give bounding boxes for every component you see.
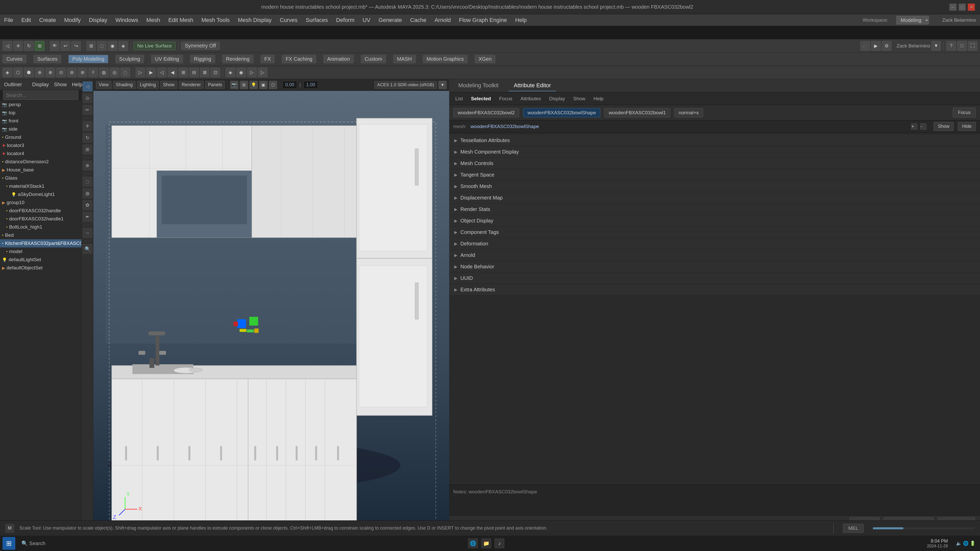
vp-menu-show[interactable]: Show [160, 81, 177, 89]
vp-menu-panels[interactable]: Panels [205, 81, 225, 89]
viewport-scene[interactable]: X Y Z [94, 91, 449, 530]
outliner-menu-help[interactable]: Help [72, 82, 83, 87]
mesh-tool-16[interactable]: ◀ [168, 68, 177, 77]
attr-tab-focus[interactable]: Focus [497, 95, 514, 103]
vp-menu-view[interactable]: View [96, 81, 111, 89]
mesh-tool-14[interactable]: ▶ [146, 68, 156, 77]
mesh-tool-21[interactable]: ◈ [226, 68, 235, 77]
vp-menu-lighting[interactable]: Lighting [137, 81, 159, 89]
outliner-item-bed[interactable]: ▪ Bed [0, 231, 81, 239]
menu-edit[interactable]: Edit [21, 17, 31, 24]
focus-button[interactable]: Focus [953, 108, 976, 118]
section-tangent-header[interactable]: ▶ Tangent Space [449, 169, 980, 180]
vp-camera-label[interactable]: ACES 1.0 SDR-video (sRGB) [374, 81, 437, 89]
menu-arnold[interactable]: Arnold [434, 17, 451, 24]
menu-mesh[interactable]: Mesh [146, 17, 160, 24]
outliner-item-ground[interactable]: ▪ Ground [0, 133, 81, 141]
notification-area[interactable]: 🔈 🌐 🔋 [954, 540, 977, 546]
section-tessellation-header[interactable]: ▶ Tessellation Attributes [449, 135, 980, 146]
section-node-behavior-header[interactable]: ▶ Node Behavior [449, 261, 980, 272]
mel-indicator[interactable]: MEL [843, 524, 864, 533]
section-mesh-component-header[interactable]: ▶ Mesh Component Display [449, 146, 980, 157]
symmetry-off-btn[interactable]: Symmetry Off [181, 41, 220, 50]
tab-curves[interactable]: Curves [3, 55, 26, 63]
attr-expand-btn[interactable]: + [911, 124, 917, 130]
tab-animation[interactable]: Animation [323, 55, 354, 63]
menu-mesh-display[interactable]: Mesh Display [238, 17, 272, 24]
tab-custom[interactable]: Custom [361, 55, 386, 63]
menu-cache[interactable]: Cache [410, 17, 426, 24]
mesh-value[interactable]: woodenFBXASC032bowlShape [471, 124, 539, 129]
mesh-tool-22[interactable]: ◉ [236, 68, 246, 77]
outliner-item-door-handle1[interactable]: ▪ doorFBXASC032handle1 [0, 215, 81, 223]
attr-tab-attributes[interactable]: Attributes [518, 95, 543, 103]
menu-flow-graph[interactable]: Flow Graph Engine [459, 17, 507, 24]
node-tab-bowl1[interactable]: woodenFBXASC032bowl1 [605, 108, 670, 118]
snap-curve-btn[interactable]: ◌ [97, 41, 107, 51]
section-displacement-header[interactable]: ▶ Displacement Map [449, 192, 980, 203]
mesh-tool-2[interactable]: ⬡ [13, 68, 23, 77]
mesh-tool-1[interactable]: ◈ [3, 68, 12, 77]
user-menu-btn[interactable]: ▼ [931, 41, 941, 51]
node-tab-bowl2[interactable]: woodenFBXASC032bowl2 [453, 108, 519, 118]
vp-camera-settings[interactable]: ▼ [438, 81, 447, 89]
mesh-tool-23[interactable]: ▷ [247, 68, 257, 77]
edge-icon[interactable]: 🌐 [468, 538, 478, 548]
menu-curves[interactable]: Curves [280, 17, 298, 24]
show-manip-tool[interactable]: ⊕ [83, 161, 92, 170]
music-icon[interactable]: ♪ [494, 538, 504, 548]
sculpt-tool[interactable]: ◍ [83, 189, 92, 198]
grease-pencil-tool[interactable]: ✒ [83, 212, 92, 222]
settings-btn[interactable]: ⚙ [882, 41, 891, 51]
scale-tool-btn[interactable]: ⊞ [35, 41, 45, 51]
tab-attribute-editor[interactable]: Attribute Editor [509, 80, 556, 91]
tab-rendering[interactable]: Rendering [222, 55, 253, 63]
tab-modeling-toolkit[interactable]: Modeling Toolkit [453, 80, 504, 91]
select-tool-btn[interactable]: ◁ [3, 41, 12, 51]
vp-shading-btn[interactable]: ▣ [259, 81, 267, 89]
start-button[interactable]: ⊞ [3, 537, 15, 550]
snap-point-btn[interactable]: ◉ [108, 41, 118, 51]
tab-poly-modeling[interactable]: Poly Modeling [68, 55, 108, 63]
menu-windows[interactable]: Windows [115, 17, 138, 24]
menu-mesh-tools[interactable]: Mesh Tools [201, 17, 230, 24]
menu-file[interactable]: File [4, 17, 13, 24]
menu-uv[interactable]: UV [363, 17, 371, 24]
outliner-item-default-light-set[interactable]: 💡 defaultLightSet [0, 256, 81, 264]
move-tool[interactable]: ✛ [83, 121, 92, 131]
help-btn[interactable]: ? [946, 41, 956, 51]
outliner-item-locator3[interactable]: ✚ locator3 [0, 141, 81, 149]
outliner-item-locator4[interactable]: ✚ locator4 [0, 149, 81, 158]
explorer-icon[interactable]: 📁 [481, 538, 491, 548]
mesh-tool-9[interactable]: ◊ [88, 68, 98, 77]
mesh-tool-6[interactable]: ⊙ [56, 68, 66, 77]
render-btn[interactable]: ▶ [871, 41, 881, 51]
section-arnold-header[interactable]: ▶ Arnold [449, 249, 980, 261]
outliner-item-default-object-set[interactable]: ▶ defaultObjectSet [0, 264, 81, 272]
tab-sculpting[interactable]: Sculpting [115, 55, 144, 63]
vp-wire-btn[interactable]: ⬡ [269, 81, 277, 89]
search-taskbar[interactable]: 🔍 Search [18, 540, 49, 546]
tab-uv-editing[interactable]: UV Editing [151, 55, 183, 63]
lasso-tool[interactable]: ⊙ [83, 94, 92, 103]
outliner-item-glass[interactable]: ▪ Glass [0, 174, 81, 182]
menu-edit-mesh[interactable]: Edit Mesh [168, 17, 193, 24]
outliner-item-group10[interactable]: ▶ group10 [0, 198, 81, 206]
outliner-item-bolt-lock[interactable]: ▪ BoltLock_high1 [0, 223, 81, 231]
attr-tab-show[interactable]: Show [571, 95, 587, 103]
rotate-tool-btn[interactable]: ↻ [24, 41, 34, 51]
menu-help[interactable]: Help [515, 17, 527, 24]
outliner-menu-display[interactable]: Display [32, 82, 49, 87]
soft-select-tool[interactable]: ◌ [83, 177, 92, 186]
mesh-tool-5[interactable]: ⊗ [45, 68, 55, 77]
workspace-selector[interactable]: Modeling [896, 16, 929, 24]
undo-btn[interactable]: ↩ [60, 41, 70, 51]
maximize-button[interactable]: □ [959, 3, 966, 11]
outliner-item-front[interactable]: 📷 front [0, 117, 81, 125]
mesh-tool-10[interactable]: ◍ [99, 68, 109, 77]
menu-deform[interactable]: Deform [336, 17, 355, 24]
mesh-tool-24[interactable]: ▷ [258, 68, 267, 77]
hide-button[interactable]: Hide [958, 122, 976, 131]
time-current-display[interactable]: 0.00 [283, 81, 297, 89]
time-end-display[interactable]: 1.00 [304, 81, 318, 89]
